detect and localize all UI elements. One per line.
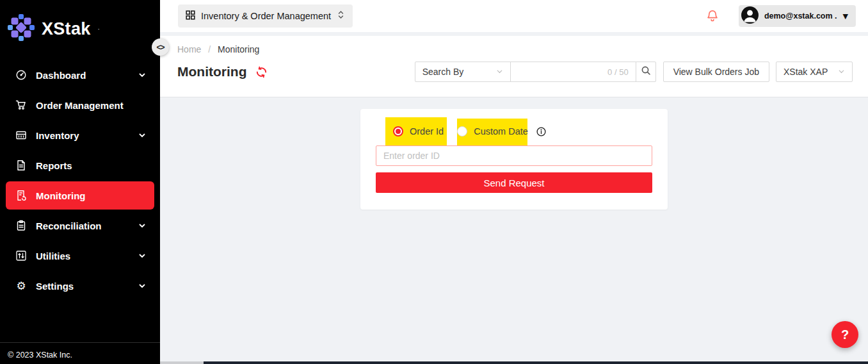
- utilities-icon: [15, 250, 27, 261]
- refresh-icon[interactable]: [255, 66, 268, 78]
- grid-icon: [186, 10, 195, 22]
- order-id-input[interactable]: [376, 145, 652, 166]
- breadcrumb-separator: /: [208, 44, 211, 54]
- app-switcher-label: Inventory & Order Management: [201, 11, 331, 21]
- view-bulk-orders-job-button[interactable]: View Bulk Orders Job: [663, 62, 769, 82]
- monitoring-request-card: Order Id Custom Date Send Request: [360, 109, 668, 210]
- order-id-radio[interactable]: [393, 126, 403, 136]
- reconciliation-icon: [15, 220, 27, 231]
- search-char-counter: 0 / 50: [607, 67, 629, 77]
- search-by-select[interactable]: Search By: [415, 62, 511, 82]
- xstak-logo-icon: [6, 13, 36, 45]
- chevron-down-icon: [138, 252, 146, 260]
- sidebar-item-inventory[interactable]: Inventory: [6, 121, 154, 149]
- reports-icon: [15, 160, 27, 171]
- sidebar-menu: Dashboard Order Management Inventory: [0, 50, 160, 300]
- chevron-down-icon: [138, 282, 146, 290]
- order-id-radio-label[interactable]: Order Id: [410, 126, 444, 136]
- sidebar-item-utilities[interactable]: Utilities: [6, 242, 154, 270]
- info-icon[interactable]: [536, 127, 546, 136]
- send-request-button[interactable]: Send Request: [376, 172, 652, 193]
- brand-name: XStak: [42, 19, 91, 39]
- search-icon: [641, 65, 651, 78]
- sidebar-item-monitoring[interactable]: Monitoring: [6, 181, 154, 210]
- main-area: Inventory & Order Management demo@xstak.…: [160, 0, 868, 364]
- help-button[interactable]: ?: [832, 321, 858, 348]
- page-title: Monitoring: [177, 64, 246, 79]
- workspace-select[interactable]: XStak XAP: [776, 62, 853, 82]
- sidebar-collapse-toggle[interactable]: <>: [152, 38, 169, 56]
- search-input-wrap: 0 / 50: [510, 62, 636, 82]
- page-header: Home / Monitoring Monitoring Search By: [160, 36, 868, 97]
- sidebar-item-reports[interactable]: Reports: [6, 151, 154, 179]
- copyright-footer: © 2023 XStak Inc.: [0, 342, 160, 364]
- brand-logo: XStak ·: [0, 0, 160, 50]
- topbar: Inventory & Order Management demo@xstak.…: [160, 0, 868, 32]
- chevron-down-icon: [138, 71, 146, 79]
- gear-icon: ⚙: [15, 280, 27, 292]
- avatar: [741, 6, 759, 26]
- search-input[interactable]: [518, 67, 607, 77]
- sidebar-item-order-management[interactable]: Order Management: [6, 91, 154, 119]
- search-button[interactable]: [636, 62, 656, 82]
- dropdown-caret-icon: ▼: [843, 12, 848, 21]
- bottom-scrollbar[interactable]: [204, 361, 868, 364]
- brand-trademark-dot: ·: [98, 26, 100, 33]
- sidebar: XStak · Dashboard Order Management Inven…: [0, 0, 160, 364]
- breadcrumb: Home / Monitoring: [177, 36, 853, 54]
- sidebar-item-settings[interactable]: ⚙ Settings: [6, 272, 154, 300]
- chevron-down-icon: [138, 222, 146, 229]
- scrollbar-corner: [160, 361, 204, 364]
- dashboard-icon: [15, 69, 27, 81]
- user-email: demo@xstak.com .: [764, 12, 837, 21]
- cart-icon: [15, 99, 27, 111]
- breadcrumb-home[interactable]: Home: [177, 44, 201, 54]
- updown-caret-icon: [337, 10, 345, 22]
- content-area: Order Id Custom Date Send Request: [160, 97, 868, 364]
- app-switcher-button[interactable]: Inventory & Order Management: [178, 4, 353, 28]
- custom-date-radio-label[interactable]: Custom Date: [474, 126, 528, 136]
- sidebar-item-dashboard[interactable]: Dashboard: [6, 61, 154, 89]
- notifications-bell-icon[interactable]: [705, 9, 719, 23]
- breadcrumb-current: Monitoring: [218, 44, 259, 54]
- search-mode-radio-group: Order Id Custom Date: [376, 117, 652, 145]
- chevron-down-icon: [838, 66, 845, 78]
- sidebar-item-reconciliation[interactable]: Reconciliation: [6, 211, 154, 240]
- inventory-icon: [15, 129, 27, 141]
- user-menu[interactable]: demo@xstak.com . ▼: [739, 5, 856, 27]
- monitoring-icon: [15, 190, 27, 201]
- chevron-down-icon: [496, 66, 503, 78]
- chevron-down-icon: [138, 131, 146, 139]
- toolbar: Search By 0 / 50 View Bulk Orders Job: [415, 62, 853, 82]
